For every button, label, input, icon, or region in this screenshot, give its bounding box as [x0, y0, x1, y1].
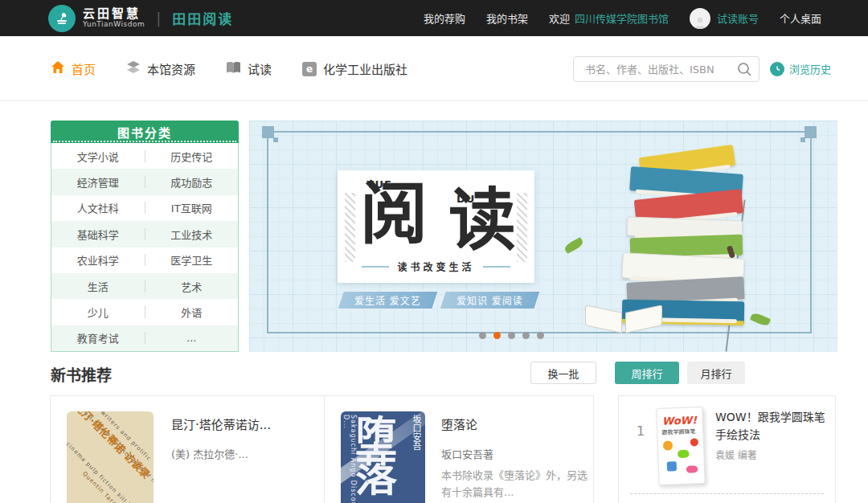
stripe-decoration [345, 193, 355, 262]
category-item[interactable]: 外语 [145, 305, 239, 320]
banner-ribbons: 爱生活 爱文艺 爱知识 爱阅读 [340, 291, 538, 309]
book-card[interactable]: should bend writers and prolific is art … [50, 395, 325, 503]
hero-carousel[interactable]: YUE DU 阅 读 读书改变生活 爱生活 爱文艺 爱知识 爱阅读 [249, 121, 837, 352]
cover-wow-text: WoW! [662, 414, 698, 427]
category-item[interactable]: 农业科学 [51, 252, 145, 268]
category-item[interactable]: 人文社科 [51, 200, 145, 215]
book-stack-illustration [593, 151, 778, 340]
nav-item-home[interactable]: 首页 [51, 60, 96, 77]
topbar-links: 我的荐购 我的书架 欢迎 四川传媒学院图书馆 试读账号 个人桌面 [424, 8, 821, 29]
category-title: 图书分类 [117, 124, 172, 141]
stripe-decoration [517, 193, 527, 262]
carousel-dots [249, 332, 773, 339]
book-title[interactable]: 堕落论 [441, 415, 477, 432]
welcome-area: 欢迎 四川传媒学院图书馆 [549, 10, 669, 26]
open-book-page [585, 305, 622, 333]
banner-char-yue: 阅 [360, 180, 428, 247]
category-item[interactable]: 医学卫生 [145, 252, 239, 268]
open-book-icon [226, 61, 241, 77]
ribbon-left-text: 爱生活 爱文艺 [354, 293, 421, 307]
category-row: 教育考试 ... [51, 325, 238, 351]
ranking-panel: 1 WoW! 跟我学圆珠笔 WOW！跟我学圆珠笔手绘技法 袁媛 编著 [618, 395, 836, 503]
main-nav-bar: 首页 本馆资源 试读 e 化学工业出版社 [0, 36, 868, 101]
personal-desktop-link[interactable]: 个人桌面 [780, 10, 821, 26]
slogan-line [362, 266, 389, 268]
category-sidebar: 图书分类 文学小说 历史传记 经济管理 成功励志 人文社科 IT互联网 基础科学… [51, 121, 239, 352]
account-name-link[interactable]: 试读账号 [717, 10, 759, 26]
cover-title-chars: 堕落 [355, 418, 425, 497]
category-item[interactable]: 历史传记 [145, 149, 239, 164]
carousel-dot[interactable] [522, 332, 530, 339]
category-item[interactable]: 教育考试 [51, 330, 145, 346]
clock-icon [770, 62, 784, 76]
browse-history-link[interactable]: 浏览历史 [770, 61, 831, 76]
change-batch-button[interactable]: 换一批 [530, 362, 596, 384]
ribbon-right-text: 爱知识 爱阅读 [457, 293, 523, 307]
category-row: 经济管理 成功励志 [51, 169, 238, 194]
account-area: 试读账号 [690, 8, 759, 29]
carousel-dot[interactable] [508, 332, 515, 339]
open-book-illustration [585, 302, 662, 329]
product-name: 田田阅读 [172, 8, 233, 28]
doodle-decoration [686, 465, 698, 472]
category-item[interactable]: 工业技术 [145, 227, 239, 242]
user-avatar[interactable] [690, 8, 710, 29]
tab-month-ranking[interactable]: 月排行 [687, 362, 745, 384]
publisher-e-letter: e [306, 63, 313, 75]
category-row: 少儿 外语 [51, 299, 238, 325]
book-author: 坂口安吾著 [441, 446, 493, 461]
my-recommend-link[interactable]: 我的荐购 [424, 10, 465, 26]
book-card[interactable]: Sakaguchi Ango Discourse on D... 坂口安吾 堕落… [324, 395, 594, 503]
nav-item-resources[interactable]: 本馆资源 [126, 60, 195, 77]
search-box [573, 56, 760, 82]
category-item[interactable]: 少儿 [51, 305, 145, 320]
category-item[interactable]: 艺术 [145, 279, 239, 294]
banner-slogan-text: 读书改变生活 [397, 260, 474, 273]
doodle-decoration [690, 438, 698, 446]
category-item[interactable]: IT互联网 [145, 200, 239, 215]
category-item[interactable]: ... [145, 332, 239, 344]
brand-logo-icon [48, 5, 76, 32]
brand-subtitle: YunTianWisdom [83, 21, 145, 29]
home-icon [51, 60, 65, 77]
tab-week-ranking[interactable]: 周排行 [615, 362, 679, 384]
ribbon-right: 爱知识 爱阅读 [439, 291, 540, 309]
nav-resources-label: 本馆资源 [147, 60, 195, 77]
category-row: 人文社科 IT互联网 [51, 195, 238, 221]
leaf-decoration [750, 312, 771, 328]
nav-item-trial[interactable]: 试读 [226, 60, 272, 77]
carousel-dot[interactable] [479, 332, 486, 339]
nav-home-label: 首页 [72, 60, 96, 77]
carousel-dot[interactable] [537, 332, 544, 339]
layers-icon [126, 60, 141, 77]
dotted-separator [630, 493, 824, 494]
welcome-label: 欢迎 [549, 10, 570, 26]
library-org-link[interactable]: 四川传媒学院图书馆 [575, 10, 669, 26]
carousel-dot[interactable] [493, 332, 501, 339]
category-item[interactable]: 基础科学 [51, 227, 145, 242]
search-icon[interactable] [730, 57, 759, 81]
frame-corner-square [805, 126, 817, 138]
category-item[interactable]: 生活 [51, 279, 145, 294]
book-cover-darakuron[interactable]: Sakaguchi Ango Discourse on D... 坂口安吾 堕落 [341, 411, 425, 503]
doodle-decoration [678, 450, 689, 458]
rank-book-cover[interactable]: WoW! 跟我学圆珠笔 [656, 407, 705, 485]
category-list: 文学小说 历史传记 经济管理 成功励志 人文社科 IT互联网 基础科学 工业技术… [51, 143, 239, 352]
category-item[interactable]: 文学小说 [51, 149, 145, 164]
rank-book-title[interactable]: WOW！跟我学圆珠笔手绘技法 [715, 409, 829, 444]
search-input[interactable] [574, 63, 730, 76]
book-cover-tarantino[interactable]: should bend writers and prolific is art … [67, 411, 154, 503]
category-item[interactable]: 成功励志 [145, 174, 239, 190]
category-row: 文学小说 历史传记 [51, 143, 238, 169]
book-description: 本书除收录《堕落论》外，另选有十余篇具有... [441, 467, 588, 501]
cover-sub-text: 跟我学圆珠笔 [661, 427, 695, 436]
book-author: (美) 杰拉尔德·... [171, 446, 248, 461]
category-item[interactable]: 经济管理 [51, 174, 145, 190]
book-title[interactable]: 昆汀·塔伦蒂诺访... [171, 415, 271, 432]
new-books-title: 新书推荐 [51, 363, 112, 385]
doodle-decoration [663, 440, 673, 450]
nav-item-publisher[interactable]: e 化学工业出版社 [302, 60, 407, 77]
top-bar: 云田智慧 YunTianWisdom | 田田阅读 我的荐购 我的书架 欢迎 四… [0, 0, 868, 36]
frame-inner-square [800, 137, 805, 142]
my-shelf-link[interactable]: 我的书架 [486, 10, 528, 26]
